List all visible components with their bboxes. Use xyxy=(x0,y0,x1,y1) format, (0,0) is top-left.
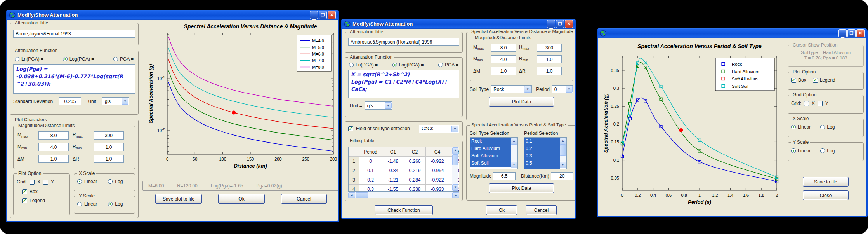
table-cell[interactable]: -1.55 xyxy=(382,185,404,192)
table-cell[interactable]: 0.219 xyxy=(404,166,426,175)
radio-option-2[interactable]: PGA = xyxy=(113,56,134,62)
unit-dropdown[interactable]: g's▼ xyxy=(365,101,392,110)
grid-y-checkbox[interactable] xyxy=(818,101,823,106)
radio-option-0[interactable]: Ln(PGA) = xyxy=(349,62,378,68)
close-button[interactable]: ✕ xyxy=(565,20,573,28)
list-item-1[interactable]: Hard Alluvium xyxy=(470,145,511,152)
unit-dropdown[interactable]: g's▼ xyxy=(102,97,129,105)
save-plot-button[interactable]: Save plot to file xyxy=(155,194,202,204)
limit-input-0[interactable]: 8.0 xyxy=(491,44,516,52)
plot-data-button-bottom[interactable]: Plot Data xyxy=(489,183,554,193)
table-hscrollbar[interactable]: ◄► xyxy=(348,192,459,198)
filling-table[interactable]: PeriodC1C2C4Sh10-1.480.266-0.9223.520.1-… xyxy=(348,147,459,192)
list-item-3[interactable]: Soft Soil xyxy=(470,160,511,167)
list-item-1[interactable]: 0.2 xyxy=(524,145,560,152)
soil-detection-checkbox[interactable] xyxy=(348,126,353,131)
cancel-button[interactable]: Cancel xyxy=(526,205,557,215)
table-cell[interactable]: -1.48 xyxy=(382,157,404,166)
close-dialog-button[interactable]: Close xyxy=(803,190,849,200)
period-listbox[interactable]: 0.10.20.30.512▲▼ xyxy=(524,137,567,169)
list-item-4[interactable]: 1 xyxy=(524,167,560,169)
x-log-radio[interactable] xyxy=(108,179,113,184)
table-cell[interactable]: 0.266 xyxy=(404,157,426,166)
window2-titlebar[interactable]: Modify/Show Attenuation ▁ ❐ ✕ xyxy=(342,19,575,29)
limit-input-2[interactable]: 4.0 xyxy=(38,143,69,151)
table-cell[interactable]: -0.84 xyxy=(382,166,404,175)
limit-input-1[interactable]: 300 xyxy=(94,131,124,140)
attenuation-title-input[interactable]: Boore,Joyner&Fumal 1993 xyxy=(13,30,135,38)
window1-titlebar[interactable]: Modify/Show Attenuation ▁ ❐ ✕ xyxy=(7,10,338,20)
maximize-button[interactable]: ❐ xyxy=(847,29,856,37)
radio-option-0[interactable]: Ln(PGA) = xyxy=(15,56,43,62)
window3-titlebar[interactable]: ▁ ❐ ✕ xyxy=(598,28,866,38)
maximize-button[interactable]: ❐ xyxy=(319,11,327,19)
magnitude-input[interactable]: 6.5 xyxy=(493,172,516,180)
cancel-button[interactable]: Cancel xyxy=(281,194,327,204)
dropdown-arrow-icon[interactable]: ▼ xyxy=(451,126,458,132)
radio-icon[interactable] xyxy=(349,63,354,67)
list-item-3[interactable]: 0.5 xyxy=(524,160,560,167)
listbox-scrollbar[interactable]: ▲▼ xyxy=(560,138,566,168)
box-checkbox[interactable] xyxy=(791,78,796,83)
y-linear-radio[interactable] xyxy=(791,148,796,153)
limit-input-3[interactable]: 1.0 xyxy=(537,55,562,63)
radio-option-1[interactable]: Log(PGA) = xyxy=(63,56,94,62)
list-item-2[interactable]: Soft Alluvium xyxy=(470,152,511,160)
box-checkbox[interactable] xyxy=(22,189,27,194)
y-log-radio[interactable] xyxy=(108,202,113,206)
minimize-button[interactable]: ▁ xyxy=(547,20,555,28)
period-dropdown[interactable]: 0▼ xyxy=(552,85,573,93)
table-cell[interactable]: 0.338 xyxy=(404,185,426,192)
radio-option-1[interactable]: Log(PGA) = xyxy=(392,62,424,68)
limit-input-4[interactable]: 1.0 xyxy=(491,67,516,75)
x-linear-radio[interactable] xyxy=(77,179,82,184)
close-button[interactable]: ✕ xyxy=(328,11,336,19)
table-cell[interactable]: 0.284 xyxy=(404,175,426,185)
grid-y-checkbox[interactable] xyxy=(43,180,48,185)
radio-icon[interactable] xyxy=(113,57,118,61)
legend-checkbox[interactable] xyxy=(813,78,818,83)
radio-option-2[interactable]: PGA = xyxy=(438,62,458,68)
plot-data-button-top[interactable]: Plot Data xyxy=(489,97,554,107)
table-cell[interactable]: -1.21 xyxy=(382,175,404,185)
std-dev-input[interactable]: 0.205 xyxy=(59,97,81,105)
dropdown-arrow-icon[interactable]: ▼ xyxy=(385,102,392,109)
radio-icon[interactable] xyxy=(63,57,68,61)
legend-checkbox[interactable] xyxy=(22,198,27,203)
limit-input-1[interactable]: 300 xyxy=(537,44,562,52)
radio-icon[interactable] xyxy=(392,63,397,67)
table-cell[interactable]: 0.2 xyxy=(359,175,382,185)
list-item-2[interactable]: 0.3 xyxy=(524,152,560,160)
table-cell[interactable]: -0.933 xyxy=(426,185,449,192)
distance-magnitude-chart[interactable]: Spectral Acceleration Versus Distance & … xyxy=(144,23,338,178)
maximize-button[interactable]: ❐ xyxy=(556,20,564,28)
y-linear-radio[interactable] xyxy=(77,202,82,206)
table-cell[interactable]: -0.922 xyxy=(426,175,449,185)
table-cell[interactable]: -0.954 xyxy=(426,166,449,175)
ok-button[interactable]: Ok xyxy=(218,194,265,204)
soil-type-listbox[interactable]: RockHard AlluviumSoft AlluviumSoft Soil▲… xyxy=(470,137,518,169)
table-cell[interactable]: 0 xyxy=(359,157,382,166)
ok-button[interactable]: Ok xyxy=(486,205,517,215)
period-soiltype-chart[interactable]: Spectral Acceleration Versus Period & So… xyxy=(601,41,783,211)
close-button[interactable]: ✕ xyxy=(856,29,865,37)
cacs-dropdown[interactable]: CaCs▼ xyxy=(419,125,459,133)
list-item-0[interactable]: 0.1 xyxy=(524,138,560,145)
table-cell[interactable]: -0.922 xyxy=(426,157,449,166)
x-linear-radio[interactable] xyxy=(791,125,796,129)
radio-icon[interactable] xyxy=(438,63,443,67)
table-cell[interactable]: 0.3 xyxy=(359,185,382,192)
limit-input-5[interactable]: 1.0 xyxy=(94,155,124,163)
check-function-button[interactable]: Check Function xyxy=(375,205,433,215)
limit-input-2[interactable]: 4.0 xyxy=(491,55,516,63)
soil-type-dropdown[interactable]: Rock▼ xyxy=(491,85,532,93)
limit-input-5[interactable]: 1.0 xyxy=(537,67,562,75)
table-vscrollbar[interactable]: ▲▼ xyxy=(452,147,458,191)
minimize-button[interactable]: ▁ xyxy=(838,29,847,37)
dropdown-arrow-icon[interactable]: ▼ xyxy=(524,86,531,93)
save-to-file-button[interactable]: Save to file xyxy=(803,177,849,187)
attenuation-title-input[interactable]: Ambrosise&Sympson (Horizontal) 1996 xyxy=(348,38,459,46)
grid-x-checkbox[interactable] xyxy=(804,101,809,106)
dropdown-arrow-icon[interactable]: ▼ xyxy=(122,98,128,105)
limit-input-3[interactable]: 1.0 xyxy=(94,143,124,151)
